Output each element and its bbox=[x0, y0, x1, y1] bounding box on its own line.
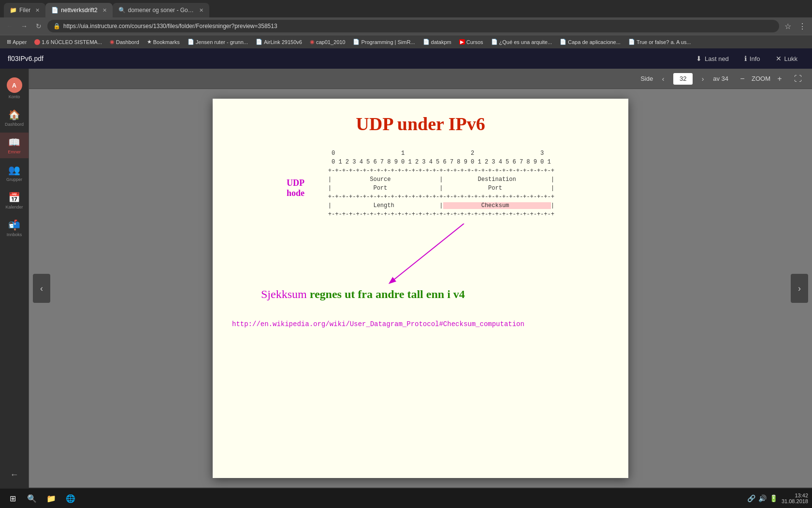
search-taskbar-button[interactable]: 🔍 bbox=[23, 490, 41, 507]
udp-label: UDP hode bbox=[287, 149, 304, 198]
url-text: https://uia.instructure.com/courses/1330… bbox=[63, 23, 277, 30]
zoom-in-button[interactable]: + bbox=[773, 73, 786, 85]
sidebar-item-calendar[interactable]: 📅 Kalender bbox=[0, 188, 29, 213]
bookmark-programming-label: Programming | SimR... bbox=[361, 39, 415, 45]
slide-title: UDP under IPv6 bbox=[232, 113, 609, 134]
refresh-button[interactable]: ↻ bbox=[33, 20, 44, 32]
page-label: Side bbox=[640, 75, 653, 82]
bookmark-arquitecte[interactable]: 📄 ¿Qué es una arquite... bbox=[488, 38, 555, 46]
info-button[interactable]: ℹ Info bbox=[738, 52, 767, 65]
sidebar-item-dashboard[interactable]: 🏠 Dashbord bbox=[0, 105, 29, 131]
pdf-toolbar: Side ‹ › av 34 − ZOOM + ⛶ bbox=[29, 69, 812, 89]
domener-tab-close[interactable]: ✕ bbox=[199, 7, 203, 14]
file-explorer-taskbar[interactable]: 📁 bbox=[43, 490, 60, 507]
bookmark-datakpm-label: datakpm bbox=[431, 39, 451, 45]
sidebar: A Konto 🏠 Dashbord 📖 Emner 👥 Grupper 📅 K… bbox=[0, 69, 29, 488]
bookmark-apper-icon: ⊞ bbox=[7, 39, 11, 45]
prev-page-button[interactable]: ‹ bbox=[657, 73, 669, 85]
zoom-out-button[interactable]: − bbox=[736, 73, 749, 85]
download-button[interactable]: ⬇ Last ned bbox=[689, 52, 736, 65]
bookmark-dashbord[interactable]: ◉ Dashbord bbox=[107, 38, 142, 46]
bookmark-arquitecte-label: ¿Qué es una arquite... bbox=[499, 39, 552, 45]
tab-bar: 📁 Filer ✕ 📄 nettverksdrift2 ✕ 🔍 domener … bbox=[0, 0, 812, 17]
bookmark-nucleo-label: 1.6 NÚCLEO SISTEMA... bbox=[42, 39, 102, 45]
download-icon: ⬇ bbox=[696, 55, 702, 62]
bookmark-nucleo-icon bbox=[34, 39, 40, 45]
taskbar-left: ⊞ 🔍 📁 🌐 bbox=[4, 490, 79, 507]
sound-icon: 🔊 bbox=[758, 494, 767, 502]
page-total: av 34 bbox=[713, 75, 728, 82]
zoom-controls: − ZOOM + bbox=[736, 73, 786, 85]
annotation-pink: Sjekksum bbox=[261, 288, 307, 300]
wiki-link-container: http://en.wikipedia.org/wiki/User_Datagr… bbox=[232, 320, 609, 328]
bookmark-capa-label: Capa de aplicacione... bbox=[568, 39, 621, 45]
sidebar-item-inbox[interactable]: 📬 Innboks bbox=[0, 215, 29, 241]
bookmark-capa[interactable]: 📄 Capa de aplicacione... bbox=[557, 38, 624, 46]
info-icon: ℹ bbox=[744, 55, 747, 62]
bookmark-cap01[interactable]: ◉ cap01_2010 bbox=[307, 38, 348, 46]
filer-tab-close[interactable]: ✕ bbox=[35, 7, 40, 14]
tab-filer[interactable]: 📁 Filer ✕ bbox=[4, 3, 45, 17]
annotation-container: Sjekksum regnes ut fra andre tall enn i … bbox=[232, 224, 609, 311]
next-page-button[interactable]: › bbox=[696, 73, 709, 85]
close-icon: ✕ bbox=[776, 55, 782, 62]
bookmark-bookmarks[interactable]: ★ Bookmarks bbox=[144, 38, 183, 46]
tab-domener[interactable]: 🔍 domener og soner - Goo... ✕ bbox=[113, 3, 209, 17]
bookmark-datakpm-icon: 📄 bbox=[423, 39, 430, 45]
forward-button[interactable]: → bbox=[18, 20, 30, 32]
taskbar-right: 🔗 🔊 🔋 13:42 31.08.2018 bbox=[747, 493, 808, 504]
top-bar-actions: ⬇ Last ned ℹ Info ✕ Lukk bbox=[689, 52, 804, 65]
sidebar-item-subjects[interactable]: 📖 Emner bbox=[0, 133, 29, 158]
bookmark-cursos-label: Cursos bbox=[466, 39, 483, 45]
bookmark-truefalse[interactable]: 📄 True or false? a. A us... bbox=[625, 38, 694, 46]
bookmark-datakpm[interactable]: 📄 datakpm bbox=[420, 38, 454, 46]
prev-slide-arrow[interactable]: ‹ bbox=[33, 274, 50, 303]
sidebar-label-account: Konto bbox=[9, 94, 20, 99]
chrome-taskbar[interactable]: 🌐 bbox=[62, 490, 79, 507]
annotation-text: Sjekksum regnes ut fra andre tall enn i … bbox=[261, 288, 465, 301]
bookmark-bookmarks-label: Bookmarks bbox=[153, 39, 180, 45]
menu-button[interactable]: ⋮ bbox=[797, 20, 808, 32]
bookmark-star-button[interactable]: ☆ bbox=[782, 20, 794, 32]
inbox-icon: 📬 bbox=[8, 219, 20, 231]
clock-date: 31.08.2018 bbox=[782, 498, 808, 504]
udp-diagram-lines: 0 1 2 3 0 1 2 3 4 5 6 7 8 9 0 1 2 3 4 5 … bbox=[314, 149, 554, 219]
bookmarks-bar: ⊞ Apper 1.6 NÚCLEO SISTEMA... ◉ Dashbord… bbox=[0, 35, 812, 48]
back-button[interactable]: ← bbox=[4, 20, 15, 32]
bookmark-programming-icon: 📄 bbox=[353, 39, 360, 45]
sidebar-item-account[interactable]: A Konto bbox=[0, 74, 29, 103]
start-button[interactable]: ⊞ bbox=[4, 490, 21, 507]
wiki-link[interactable]: http://en.wikipedia.org/wiki/User_Datagr… bbox=[232, 320, 609, 328]
bookmark-airlink[interactable]: 📄 AirLink 29150v6 bbox=[253, 38, 305, 46]
sidebar-item-groups[interactable]: 👥 Grupper bbox=[0, 160, 29, 186]
tab-nettverksdrift[interactable]: 📄 nettverksdrift2 ✕ bbox=[45, 3, 112, 17]
bookmark-programming[interactable]: 📄 Programming | SimR... bbox=[350, 38, 418, 46]
svg-line-1 bbox=[392, 224, 464, 282]
bookmark-apper[interactable]: ⊞ Apper bbox=[4, 38, 29, 46]
url-input-container[interactable]: 🔒 https://uia.instructure.com/courses/13… bbox=[47, 20, 779, 32]
sidebar-label-dashboard: Dashbord bbox=[5, 122, 24, 127]
nettverksdrift-tab-title: nettverksdrift2 bbox=[61, 7, 97, 14]
bookmark-airlink-label: AirLink 29150v6 bbox=[264, 39, 302, 45]
fullscreen-button[interactable]: ⛶ bbox=[792, 73, 804, 85]
domener-tab-title: domener og soner - Goo... bbox=[128, 7, 194, 14]
bookmark-cursos-icon: ▶ bbox=[459, 39, 465, 45]
bookmark-cursos[interactable]: ▶ Cursos bbox=[456, 38, 486, 46]
filer-tab-icon: 📁 bbox=[10, 7, 16, 14]
subjects-icon: 📖 bbox=[8, 136, 20, 148]
avatar: A bbox=[7, 77, 22, 93]
dashboard-icon: 🏠 bbox=[8, 109, 20, 120]
page-number-input[interactable] bbox=[673, 73, 693, 85]
close-button[interactable]: ✕ Lukk bbox=[769, 52, 804, 65]
bookmark-jensen[interactable]: 📄 Jensen ruter - grunn... bbox=[185, 38, 251, 46]
network-icon: 🔗 bbox=[747, 494, 755, 502]
sidebar-nav-back[interactable]: ← bbox=[0, 466, 29, 484]
bookmark-airlink-icon: 📄 bbox=[256, 39, 262, 45]
bookmark-jensen-label: Jensen ruter - grunn... bbox=[196, 39, 248, 45]
udp-diagram-container: UDP hode 0 1 2 3 0 1 2 3 4 5 6 7 8 9 0 1… bbox=[232, 149, 609, 219]
bookmark-apper-label: Apper bbox=[13, 39, 27, 45]
bookmark-nucleo[interactable]: 1.6 NÚCLEO SISTEMA... bbox=[31, 38, 105, 46]
next-slide-arrow[interactable]: › bbox=[791, 274, 808, 303]
bookmark-cap01-icon: ◉ bbox=[310, 39, 315, 45]
nettverksdrift-tab-close[interactable]: ✕ bbox=[102, 7, 107, 14]
